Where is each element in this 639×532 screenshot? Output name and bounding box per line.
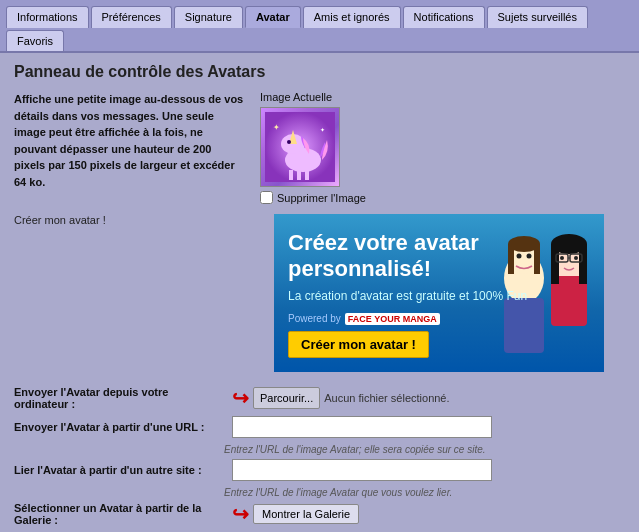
link-controls — [232, 459, 625, 481]
url-upload-input[interactable] — [232, 416, 492, 438]
tab-sujets[interactable]: Sujets surveillés — [487, 6, 588, 28]
url-upload-hint: Entrez l'URL de l'image Avatar; elle ser… — [224, 444, 625, 455]
svg-text:✦: ✦ — [273, 123, 280, 132]
gallery-controls: ↪ Montrer la Galerie — [232, 502, 625, 526]
svg-text:✦: ✦ — [320, 127, 325, 133]
gallery-label: Sélectionner un Avatar à partir de la Ga… — [14, 502, 224, 526]
upload-controls: ↪ Parcourir... Aucun fichier sélectionné… — [232, 386, 625, 410]
gallery-arrow: ↪ — [232, 502, 249, 526]
powered-by-text: Powered by — [288, 313, 341, 324]
remove-image-label: Supprimer l'Image — [277, 192, 366, 204]
tab-notifications[interactable]: Notifications — [403, 6, 485, 28]
link-input[interactable] — [232, 459, 492, 481]
no-file-text: Aucun fichier sélectionné. — [324, 392, 449, 404]
avatar-image: ✦ ✦ — [260, 107, 340, 187]
tab-favoris[interactable]: Favoris — [6, 30, 64, 51]
url-upload-label: Envoyer l'Avatar à partir d'une URL : — [14, 421, 224, 433]
link-label: Lier l'Avatar à partir d'un autre site : — [14, 464, 224, 476]
remove-image-checkbox[interactable] — [260, 191, 273, 204]
tab-signature[interactable]: Signature — [174, 6, 243, 28]
tab-preferences[interactable]: Préférences — [91, 6, 172, 28]
remove-image-row: Supprimer l'Image — [260, 191, 625, 204]
form-section: Envoyer l'Avatar depuis votre ordinateur… — [14, 386, 625, 526]
top-section: Affiche une petite image au-dessous de v… — [14, 91, 625, 204]
tab-avatar[interactable]: Avatar — [245, 6, 301, 28]
description-col: Affiche une petite image au-dessous de v… — [14, 91, 244, 204]
page-title: Panneau de contrôle des Avatars — [14, 63, 625, 81]
banner-create-button[interactable]: Créer mon avatar ! — [288, 331, 429, 358]
face-logo: FACE YOUR MANGA — [345, 313, 440, 325]
banner-subtitle: La création d'avatar est gratuite et 100… — [288, 289, 590, 303]
create-link: Créer mon avatar ! — [14, 214, 274, 226]
image-label: Image Actuelle — [260, 91, 625, 103]
banner-powered: Powered by FACE YOUR MANGA — [288, 313, 590, 325]
tab-amis[interactable]: Amis et ignorés — [303, 6, 401, 28]
upload-row: Envoyer l'Avatar depuis votre ordinateur… — [14, 386, 625, 410]
link-row: Lier l'Avatar à partir d'un autre site : — [14, 459, 625, 481]
url-upload-controls — [232, 416, 625, 438]
banner-title: Créez votre avatarpersonnalisé! — [288, 230, 590, 283]
svg-rect-7 — [305, 170, 309, 180]
upload-label: Envoyer l'Avatar depuis votre ordinateur… — [14, 386, 224, 410]
gallery-row: Sélectionner un Avatar à partir de la Ga… — [14, 502, 625, 526]
image-col: Image Actuelle — [260, 91, 625, 204]
url-upload-row: Envoyer l'Avatar à partir d'une URL : — [14, 416, 625, 438]
description-text: Affiche une petite image au-dessous de v… — [14, 91, 244, 190]
browse-button[interactable]: Parcourir... — [253, 387, 320, 409]
svg-rect-21 — [504, 298, 544, 353]
svg-point-4 — [287, 140, 291, 144]
link-hint: Entrez l'URL de l'image Avatar que vous … — [224, 487, 625, 498]
banner-area: Créer mon avatar ! Créez votre avatarper… — [14, 214, 625, 372]
tab-row-1: Informations Préférences Signature Avata… — [0, 0, 639, 28]
svg-rect-6 — [297, 170, 301, 180]
tab-informations[interactable]: Informations — [6, 6, 89, 28]
banner-left-col: Créer mon avatar ! — [14, 214, 274, 372]
face-manga-banner: Créez votre avatarpersonnalisé! La créat… — [274, 214, 604, 372]
tab-row-2: Favoris — [0, 28, 639, 53]
main-content: Panneau de contrôle des Avatars Affiche … — [0, 53, 639, 532]
gallery-button[interactable]: Montrer la Galerie — [253, 504, 359, 524]
svg-rect-5 — [289, 170, 293, 180]
upload-arrow: ↪ — [232, 386, 249, 410]
